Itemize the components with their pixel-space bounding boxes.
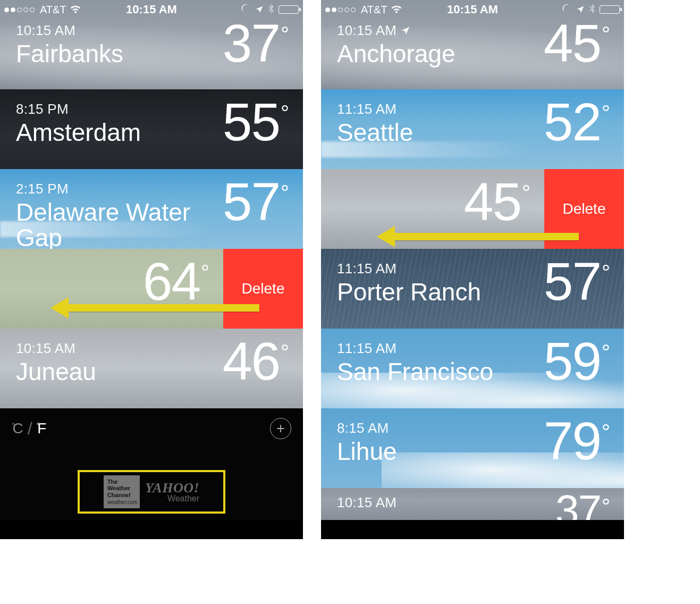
row-temp: 45 [544, 19, 601, 67]
location-icon [255, 4, 264, 16]
city-row[interactable]: 2:15 PM Delaware Water Gap 57° [0, 169, 303, 249]
city-row[interactable]: 11:15 AM San Francisco 59° [321, 329, 624, 408]
city-row[interactable]: 8:15 PM Amsterdam 55° [0, 89, 303, 169]
row-city: Delaware Water Gap [16, 199, 223, 249]
row-city: Juneau [16, 359, 96, 384]
row-temp: 59 [544, 337, 601, 385]
wifi-icon [391, 5, 402, 14]
row-time: 8:15 AM [337, 420, 397, 437]
status-time: 10:15 AM [447, 3, 498, 16]
wifi-icon [70, 5, 81, 14]
row-time: 11:15 AM [337, 340, 493, 357]
city-row[interactable]: 8:15 AM Lihue 79° [321, 408, 624, 488]
row-temp: 52 [544, 98, 601, 146]
city-list: AT&T 10:15 AM 10:15 AM Anchorage [321, 0, 624, 520]
unit-toggle[interactable]: °C / °F [12, 419, 46, 439]
bluetooth-icon [268, 4, 274, 16]
city-row-swiped[interactable]: orage 45° Delete [321, 169, 624, 249]
row-city: Seattle [337, 120, 413, 145]
row-time: 11:15 AM [337, 261, 481, 277]
yahoo-weather-logo[interactable]: YAHOO! Weather [145, 480, 199, 504]
row-city: Porter Ranch [337, 279, 481, 305]
swipe-arrow-annotation [66, 304, 259, 312]
current-location-icon [401, 22, 410, 39]
row-temp: 64 [143, 257, 200, 305]
row-temp: 45 [464, 178, 521, 225]
row-time: 2:15 PM [16, 181, 223, 197]
carrier-label: AT&T [40, 4, 66, 16]
row-city: San Francisco [337, 359, 493, 384]
row-temp: 57 [223, 178, 280, 225]
location-icon [576, 4, 585, 16]
battery-icon [600, 5, 620, 14]
delete-button[interactable]: Delete [223, 249, 303, 329]
footer: °C / °F + The Weather Channel weather.co… [0, 408, 303, 520]
city-list: AT&T 10:15 AM 10:15 AM Fairbanks [0, 0, 303, 408]
add-city-button[interactable]: + [270, 418, 291, 439]
row-city: Amsterdam [16, 120, 141, 145]
dnd-icon [241, 4, 251, 16]
city-row[interactable]: AT&T 10:15 AM 10:15 AM Anchorage [321, 0, 624, 89]
carrier-label: AT&T [361, 4, 387, 16]
phone-right: AT&T 10:15 AM 10:15 AM Anchorage [321, 0, 624, 539]
row-temp: 46 [223, 337, 280, 385]
row-city: Lihue [337, 439, 397, 464]
bluetooth-icon [589, 4, 595, 16]
row-temp: 37 [555, 491, 601, 520]
status-bar: AT&T 10:15 AM [321, 0, 624, 19]
battery-icon [279, 5, 299, 14]
status-time: 10:15 AM [126, 3, 177, 16]
city-row[interactable]: AT&T 10:15 AM 10:15 AM Fairbanks [0, 0, 303, 89]
row-time: 10:15 AM [337, 494, 397, 511]
dnd-icon [562, 4, 572, 16]
row-city: Anchorage [337, 41, 456, 66]
row-time: 10:15 AM [16, 22, 123, 39]
row-temp: 79 [544, 417, 601, 465]
status-bar: AT&T 10:15 AM [0, 0, 303, 19]
city-row-swiped[interactable]: Diego 64° Delete [0, 249, 303, 329]
row-temp: 57 [544, 257, 601, 305]
row-time: 11:15 AM [337, 101, 413, 118]
weather-channel-logo[interactable]: The Weather Channel weather.com [104, 475, 140, 508]
city-row[interactable]: 10:15 AM Juneau 46° [0, 329, 303, 408]
signal-dots [4, 7, 35, 12]
row-temp: 37 [223, 19, 280, 67]
city-row[interactable]: 10:15 AM 37° [321, 488, 624, 520]
row-time: 10:15 AM [337, 22, 456, 39]
row-city: Fairbanks [16, 41, 123, 66]
signal-dots [325, 7, 356, 12]
row-time: 10:15 AM [16, 340, 96, 357]
row-time: 8:15 PM [16, 101, 141, 118]
swipe-arrow-annotation [393, 233, 579, 240]
city-row[interactable]: 11:15 AM Porter Ranch 57° [321, 249, 624, 329]
city-row[interactable]: 11:15 AM Seattle 52° [321, 89, 624, 169]
phone-left: AT&T 10:15 AM 10:15 AM Fairbanks [0, 0, 303, 539]
row-temp: 55 [223, 98, 280, 146]
attribution-highlight: The Weather Channel weather.com YAHOO! W… [78, 470, 225, 514]
